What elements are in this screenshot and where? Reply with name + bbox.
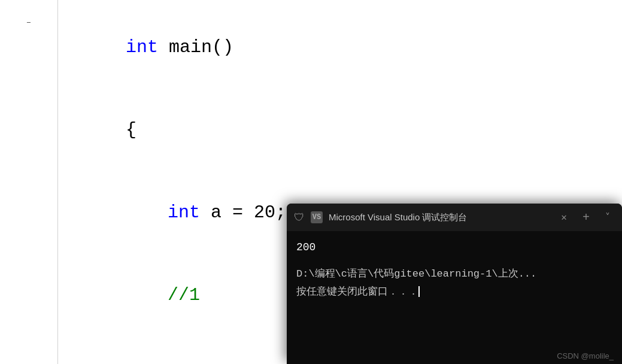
terminal-title: Microsoft Visual Studio 调试控制台 — [329, 212, 550, 223]
open-brace: { — [126, 120, 136, 140]
line-content-brace: { — [34, 89, 136, 171]
terminal-close-button[interactable]: ✕ — [556, 209, 572, 226]
terminal-overlay: 🛡 VS Microsoft Visual Studio 调试控制台 ✕ + ˅… — [287, 204, 622, 364]
terminal-output-path: D:\编程\c语言\代码gitee\learning-1\上次... — [296, 266, 612, 282]
keyword-int-a: int — [168, 202, 200, 223]
main-parens: main() — [158, 37, 233, 57]
terminal-output-200: 200 — [296, 239, 612, 256]
line-content-int-pa: int* pa = &a; — [34, 336, 308, 364]
line-main-sig: – int main() — [0, 6, 622, 89]
line-content-main: int main() — [34, 6, 233, 89]
editor-area: – int main() { int a = 20; // — [0, 0, 622, 364]
terminal-output-blank — [296, 258, 612, 264]
terminal-favicon-icon: VS — [311, 211, 323, 223]
shield-icon: 🛡 — [294, 211, 305, 224]
keyword-int-main: int — [126, 37, 158, 57]
line-content-comment: //1 — [34, 254, 200, 336]
terminal-more-button[interactable]: ˅ — [600, 209, 615, 226]
line-content-int-a: int a = 20; — [34, 171, 286, 254]
terminal-output-prompt: 按任意键关闭此窗口．．． — [296, 284, 612, 300]
collapse-icon[interactable]: – — [24, 17, 34, 27]
comment-1: //1 — [168, 285, 200, 305]
terminal-titlebar: 🛡 VS Microsoft Visual Studio 调试控制台 ✕ + ˅ — [287, 204, 622, 231]
terminal-cursor — [418, 286, 420, 297]
var-a: a = 20; — [200, 202, 286, 223]
line-open-brace: { — [0, 89, 622, 171]
terminal-close-text: 按任意键关闭此窗口．．． — [296, 286, 418, 298]
output-value: 200 — [296, 241, 315, 253]
terminal-footer: CSDN @molile_ — [557, 351, 614, 360]
terminal-content: 200 D:\编程\c语言\代码gitee\learning-1\上次... 按… — [287, 231, 622, 310]
terminal-add-button[interactable]: + — [578, 208, 594, 227]
